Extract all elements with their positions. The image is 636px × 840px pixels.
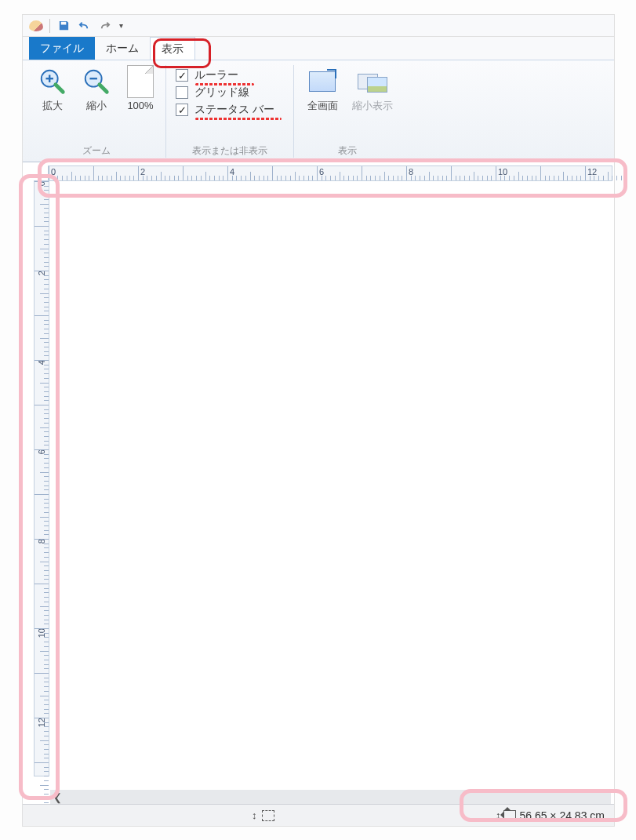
paint-palette-icon [29,20,43,31]
fullscreen-icon [309,71,336,92]
save-icon [58,20,70,31]
checkbox-statusbar[interactable]: ✓ ステータス バー [176,103,284,117]
magnifier-minus-icon [82,67,111,96]
status-bar: ↕ ↕ 56.65 × 24.83 cm [23,804,614,826]
paint-window: ▾ ファイル ホーム 表示 拡大 [22,14,615,827]
canvas-area[interactable] [50,182,611,764]
undo-icon [78,20,90,31]
selection-size-indicator: ↕ [252,809,274,821]
checkbox-icon [176,86,188,99]
group-label-display: 表示 [299,143,396,158]
undo-button[interactable] [77,19,91,33]
tab-file[interactable]: ファイル [29,37,95,60]
vertical-ruler: 024681012 [34,180,49,776]
scroll-left-icon[interactable]: ❮ [50,790,64,804]
tab-view[interactable]: 表示 [150,37,195,60]
zoom-out-button[interactable]: 縮小 [76,65,117,143]
qat-dropdown[interactable]: ▾ [118,21,125,30]
redo-button[interactable] [97,19,111,33]
group-label-show: 表示または非表示 [171,143,289,158]
dimensions-icon [503,810,516,821]
checkbox-grid[interactable]: グリッド線 [176,85,284,100]
thumbnail-button[interactable]: 縮小表示 [349,65,396,143]
thumbnail-icon [358,71,387,93]
fullscreen-button[interactable]: 全画面 [299,65,346,143]
ribbon-group-zoom: 拡大 縮小 100% ズーム [27,65,166,158]
checkbox-icon: ✓ [176,104,188,116]
page-icon [127,65,154,98]
horizontal-scrollbar[interactable]: ❮ [50,790,611,804]
dashed-box-icon [262,810,274,821]
tab-home[interactable]: ホーム [95,37,150,60]
checkbox-icon: ✓ [176,69,188,82]
redo-icon [99,20,111,31]
checkbox-ruler[interactable]: ✓ ルーラー [176,68,284,82]
zoom-100-button[interactable]: 100% [120,65,161,143]
horizontal-ruler: 024681012 [48,165,612,181]
ribbon-view: 拡大 縮小 100% ズーム [23,60,614,162]
svg-line-5 [100,85,107,93]
svg-line-1 [56,85,64,93]
save-button[interactable] [56,19,71,33]
canvas-size-text: 56.65 × 24.83 cm [519,809,605,822]
ribbon-group-show: ✓ ルーラー グリッド線 ✓ ステータス バー 表示または非表示 [166,65,294,158]
selection-icon: ↕ [252,809,257,821]
magnifier-plus-icon [38,67,67,96]
canvas-size-indicator: ↕ 56.65 × 24.83 cm [496,809,605,822]
zoom-in-button[interactable]: 拡大 [32,65,73,143]
quick-access-toolbar: ▾ [23,15,614,37]
ribbon-tabs: ファイル ホーム 表示 [23,37,614,60]
annotation-underline [195,118,282,120]
group-label-zoom: ズーム [32,143,161,158]
ribbon-group-display: 全画面 縮小表示 表示 [294,65,401,158]
